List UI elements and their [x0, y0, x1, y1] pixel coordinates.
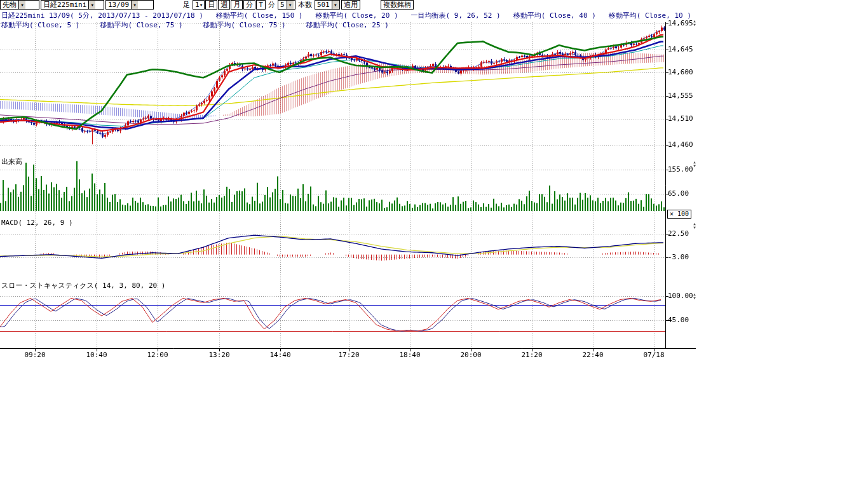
volume-axis-label: 65.00 — [668, 189, 689, 198]
timeframe-button-T[interactable]: T — [256, 0, 266, 10]
dropdown-arrow-icon[interactable]: ▼ — [18, 1, 25, 9]
time-axis-label: 21:20 — [518, 351, 546, 359]
multi-symbol-button[interactable]: 複数銘柄 — [381, 0, 414, 10]
legend-item: 移動平均( Close, 20 ) — [316, 11, 398, 20]
price-axis-label: 14,555 — [668, 92, 693, 100]
minute-label: 分 — [267, 0, 276, 10]
timeframe-button-1[interactable]: 1▼ — [193, 0, 205, 10]
volume-panel-label: 出来高 — [1, 157, 22, 166]
time-axis-label: 17:20 — [335, 351, 363, 359]
macd-panel-scale-spinner[interactable]: ▲▼ — [691, 222, 698, 229]
stoch-panel-label: スロー・ストキャスティクス( 14, 3, 80, 20 ) — [1, 281, 165, 290]
legend-item: 日経225mini 13/09( 5分, 2013/07/13 - 2013/0… — [1, 11, 203, 20]
time-axis-label: 07/18 — [640, 351, 668, 359]
price-axis-label: 14,600 — [668, 68, 693, 76]
time-axis-label: 14:40 — [266, 351, 294, 359]
contract-month-value: 13/09 — [106, 1, 131, 9]
volume-axis-label: 155.00 — [668, 165, 693, 173]
instrument-type-select[interactable]: 先物 ▼ — [0, 0, 39, 10]
legend-item: 一目均衡表( 9, 26, 52 ) — [411, 11, 501, 20]
legend-item: 移動平均( Close, 25 ) — [306, 20, 389, 30]
time-axis-label: 13:20 — [205, 351, 233, 359]
chart-legend-line2: 移動平均( Close, 5 )移動平均( Close, 75 )移動平均( C… — [1, 20, 389, 30]
dropdown-arrow-icon[interactable]: ▼ — [287, 1, 294, 9]
price-axis-label: 14,645 — [668, 45, 693, 53]
timeframe-button-月[interactable]: 月 — [231, 0, 243, 10]
price-axis-label: 14,460 — [668, 140, 693, 149]
bar-count-label: 本数 — [297, 0, 313, 10]
time-axis-label: 09:20 — [21, 351, 49, 359]
price-axis-label: 14,510 — [668, 114, 693, 123]
legend-item: 移動平均( Close, 75 ) — [203, 20, 286, 30]
dropdown-arrow-icon[interactable]: ▼ — [88, 1, 95, 9]
toolbar: 先物 ▼ 日経225mini ▼ 13/09 ▼ 足 1▼日週月分T 分 5 ▼… — [0, 0, 414, 10]
time-axis-label: 22:40 — [579, 351, 607, 359]
app-window: 先物 ▼ 日経225mini ▼ 13/09 ▼ 足 1▼日週月分T 分 5 ▼… — [0, 0, 868, 488]
time-axis-label: 20:00 — [457, 351, 485, 359]
dropdown-arrow-icon[interactable]: ▼ — [131, 1, 138, 9]
time-axis-label: 12:00 — [144, 351, 172, 359]
macd-axis-label: 22.50 — [668, 229, 689, 238]
chart-canvas[interactable] — [0, 10, 699, 365]
chart-legend-line1: 日経225mini 13/09( 5分, 2013/07/13 - 2013/0… — [1, 11, 691, 20]
legend-item: 移動平均( Close, 150 ) — [216, 11, 303, 20]
macd-panel-label: MACD( 12, 26, 9 ) — [1, 219, 73, 227]
instrument-select[interactable]: 日経225mini ▼ — [41, 0, 104, 10]
legend-item: 移動平均( Close, 5 ) — [1, 20, 79, 30]
minute-select[interactable]: 5 ▼ — [278, 0, 295, 10]
timeframe-button-週[interactable]: 週 — [218, 0, 230, 10]
timeframe-buttons: 1▼日週月分T — [193, 0, 266, 10]
minute-value: 5 — [278, 1, 287, 9]
instrument-value: 日経225mini — [41, 1, 88, 9]
timeframe-button-分[interactable]: 分 — [243, 0, 255, 10]
bar-type-label: 足 — [182, 0, 191, 10]
contract-month-select[interactable]: 13/09 ▼ — [105, 0, 154, 10]
instrument-type-value: 先物 — [1, 1, 18, 9]
time-axis-label: 10:40 — [83, 351, 111, 359]
chart-area: 日経225mini 13/09( 5分, 2013/07/13 - 2013/0… — [0, 10, 699, 365]
bar-count-select[interactable]: 501 ▼ — [315, 0, 340, 10]
legend-item: 移動平均( Close, 40 ) — [513, 11, 596, 20]
dropdown-arrow-icon[interactable]: ▼ — [332, 1, 339, 9]
dropdown-arrow-icon: ▼ — [200, 1, 203, 9]
volume-multiplier-badge: × 100 — [667, 210, 691, 219]
apply-button[interactable]: 適用 — [341, 0, 360, 10]
timeframe-button-日[interactable]: 日 — [205, 0, 217, 10]
price-axis-label: 14,695 — [668, 19, 693, 27]
bar-count-value: 501 — [315, 1, 332, 9]
time-axis-label: 18:40 — [396, 351, 424, 359]
stoch-axis-label: 100.00 — [668, 292, 693, 300]
stoch-axis-label: 45.00 — [668, 316, 689, 324]
macd-axis-label: -3.00 — [668, 253, 689, 261]
legend-item: 移動平均( Close, 75 ) — [100, 20, 182, 30]
